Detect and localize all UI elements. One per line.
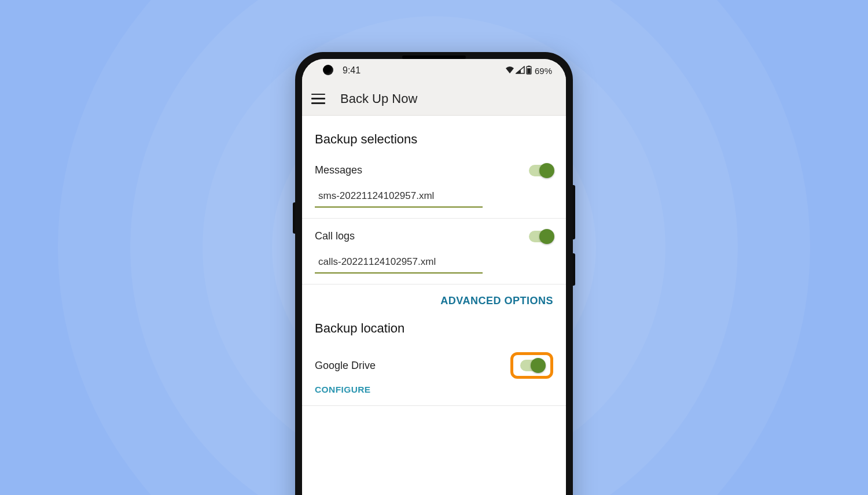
- advanced-options-link[interactable]: ADVANCED OPTIONS: [302, 285, 566, 317]
- google-drive-row: Google Drive: [302, 342, 566, 381]
- svg-rect-2: [527, 68, 531, 73]
- wifi-icon: [505, 66, 514, 76]
- backup-location-title: Backup location: [302, 317, 566, 342]
- phone-screen: 9:41 69% Back Up Now Backup select: [302, 59, 566, 495]
- messages-label: Messages: [315, 164, 362, 176]
- call-logs-filename-input[interactable]: [315, 253, 483, 274]
- front-camera-dot: [323, 65, 333, 75]
- phone-side-button-left: [293, 202, 295, 234]
- status-time: 9:41: [343, 65, 361, 76]
- messages-toggle[interactable]: [529, 165, 553, 176]
- phone-frame: 9:41 69% Back Up Now Backup select: [295, 52, 573, 495]
- call-logs-label: Call logs: [315, 230, 355, 242]
- messages-row: Messages: [302, 153, 566, 182]
- battery-percentage: 69%: [535, 66, 552, 76]
- call-logs-row: Call logs: [302, 219, 566, 248]
- status-bar: 9:41 69%: [302, 59, 566, 82]
- phone-side-button-right-1: [573, 185, 575, 239]
- app-bar: Back Up Now: [302, 82, 566, 116]
- divider: [302, 405, 566, 406]
- battery-icon: [526, 65, 532, 76]
- google-drive-toggle[interactable]: [520, 360, 545, 371]
- backup-selections-title: Backup selections: [302, 116, 566, 153]
- google-drive-label: Google Drive: [315, 360, 376, 372]
- messages-filename-input[interactable]: [315, 187, 483, 208]
- svg-rect-1: [528, 65, 529, 67]
- hamburger-icon[interactable]: [311, 94, 325, 104]
- cellular-signal-icon: [516, 66, 525, 76]
- phone-side-button-right-2: [573, 253, 575, 286]
- google-drive-toggle-highlight: [510, 352, 553, 379]
- configure-link[interactable]: CONFIGURE: [302, 381, 566, 405]
- app-bar-title: Back Up Now: [340, 91, 417, 106]
- call-logs-toggle[interactable]: [529, 231, 553, 242]
